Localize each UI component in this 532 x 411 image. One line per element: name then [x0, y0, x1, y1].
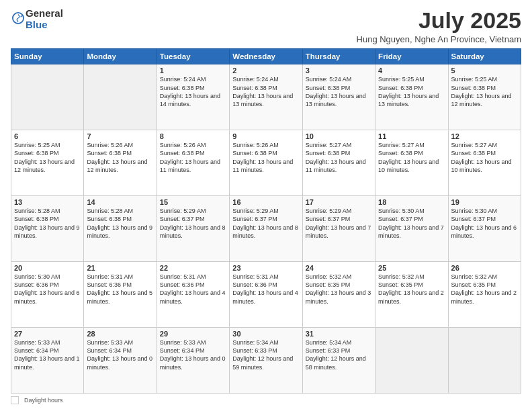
calendar-cell: 29Sunrise: 5:33 AM Sunset: 6:34 PM Dayli… — [157, 328, 229, 394]
calendar-cell — [84, 64, 157, 130]
calendar-cell: 8Sunrise: 5:26 AM Sunset: 6:38 PM Daylig… — [157, 130, 229, 196]
day-number: 16 — [232, 198, 299, 206]
calendar-cell: 21Sunrise: 5:31 AM Sunset: 6:36 PM Dayli… — [84, 262, 157, 328]
calendar-cell: 26Sunrise: 5:32 AM Sunset: 6:35 PM Dayli… — [448, 262, 521, 328]
day-number: 25 — [378, 264, 445, 272]
day-number: 23 — [232, 264, 299, 272]
day-info: Sunrise: 5:28 AM Sunset: 6:38 PM Dayligh… — [14, 207, 81, 240]
day-info: Sunrise: 5:30 AM Sunset: 6:36 PM Dayligh… — [14, 273, 81, 306]
calendar-cell: 14Sunrise: 5:28 AM Sunset: 6:38 PM Dayli… — [84, 196, 157, 262]
day-info: Sunrise: 5:25 AM Sunset: 6:38 PM Dayligh… — [14, 141, 81, 174]
day-number: 6 — [14, 132, 81, 140]
calendar-week-2: 6Sunrise: 5:25 AM Sunset: 6:38 PM Daylig… — [11, 130, 521, 196]
calendar-cell: 31Sunrise: 5:34 AM Sunset: 6:33 PM Dayli… — [302, 328, 375, 394]
day-number: 30 — [232, 330, 299, 338]
logo: General Blue — [11, 8, 63, 30]
day-info: Sunrise: 5:34 AM Sunset: 6:33 PM Dayligh… — [232, 338, 299, 371]
day-info: Sunrise: 5:31 AM Sunset: 6:36 PM Dayligh… — [87, 273, 153, 306]
logo-icon — [12, 12, 24, 24]
calendar-cell: 12Sunrise: 5:27 AM Sunset: 6:38 PM Dayli… — [448, 130, 521, 196]
calendar-cell: 28Sunrise: 5:33 AM Sunset: 6:34 PM Dayli… — [84, 328, 157, 394]
day-number: 12 — [451, 132, 518, 140]
day-number: 24 — [306, 264, 372, 272]
day-number: 22 — [160, 264, 226, 272]
title-block: July 2025 Hung Nguyen, Nghe An Province,… — [357, 8, 521, 44]
day-number: 31 — [306, 330, 372, 338]
calendar-cell: 11Sunrise: 5:27 AM Sunset: 6:38 PM Dayli… — [375, 130, 448, 196]
day-number: 19 — [451, 198, 518, 206]
day-info: Sunrise: 5:32 AM Sunset: 6:35 PM Dayligh… — [451, 273, 518, 306]
calendar-header-row: Sunday Monday Tuesday Wednesday Thursday… — [11, 49, 521, 64]
header-thursday: Thursday — [302, 49, 375, 64]
day-number: 18 — [378, 198, 445, 206]
logo-blue-text: Blue — [26, 19, 48, 30]
calendar-cell: 27Sunrise: 5:33 AM Sunset: 6:34 PM Dayli… — [11, 328, 84, 394]
day-number: 10 — [306, 132, 372, 140]
calendar-cell: 5Sunrise: 5:25 AM Sunset: 6:38 PM Daylig… — [448, 64, 521, 130]
day-number: 8 — [160, 132, 226, 140]
day-info: Sunrise: 5:32 AM Sunset: 6:35 PM Dayligh… — [378, 273, 445, 306]
day-info: Sunrise: 5:25 AM Sunset: 6:38 PM Dayligh… — [451, 75, 518, 108]
calendar-cell: 10Sunrise: 5:27 AM Sunset: 6:38 PM Dayli… — [302, 130, 375, 196]
location: Hung Nguyen, Nghe An Province, Vietnam — [357, 34, 521, 44]
day-info: Sunrise: 5:32 AM Sunset: 6:35 PM Dayligh… — [306, 273, 372, 306]
day-info: Sunrise: 5:26 AM Sunset: 6:38 PM Dayligh… — [160, 141, 226, 174]
daylight-box — [11, 396, 19, 404]
calendar-week-1: 1Sunrise: 5:24 AM Sunset: 6:38 PM Daylig… — [11, 64, 521, 130]
day-info: Sunrise: 5:25 AM Sunset: 6:38 PM Dayligh… — [378, 75, 445, 108]
logo-general-text: General — [26, 7, 63, 19]
calendar-cell: 7Sunrise: 5:26 AM Sunset: 6:38 PM Daylig… — [84, 130, 157, 196]
day-info: Sunrise: 5:29 AM Sunset: 6:37 PM Dayligh… — [232, 207, 299, 240]
day-number: 9 — [232, 132, 299, 140]
calendar-cell: 23Sunrise: 5:31 AM Sunset: 6:36 PM Dayli… — [230, 262, 302, 328]
header-friday: Friday — [375, 49, 448, 64]
day-number: 1 — [160, 66, 226, 75]
day-number: 13 — [14, 198, 81, 206]
header-wednesday: Wednesday — [230, 49, 302, 64]
header-monday: Monday — [84, 49, 157, 64]
day-info: Sunrise: 5:33 AM Sunset: 6:34 PM Dayligh… — [160, 338, 226, 371]
day-info: Sunrise: 5:27 AM Sunset: 6:38 PM Dayligh… — [451, 141, 518, 174]
calendar-week-4: 20Sunrise: 5:30 AM Sunset: 6:36 PM Dayli… — [11, 262, 521, 328]
day-number: 17 — [306, 198, 372, 206]
day-number: 15 — [160, 198, 226, 206]
calendar-cell: 25Sunrise: 5:32 AM Sunset: 6:35 PM Dayli… — [375, 262, 448, 328]
calendar-cell: 9Sunrise: 5:26 AM Sunset: 6:38 PM Daylig… — [230, 130, 302, 196]
calendar-cell — [11, 64, 84, 130]
day-number: 26 — [451, 264, 518, 272]
day-info: Sunrise: 5:24 AM Sunset: 6:38 PM Dayligh… — [160, 75, 226, 108]
calendar-cell: 13Sunrise: 5:28 AM Sunset: 6:38 PM Dayli… — [11, 196, 84, 262]
calendar-cell: 2Sunrise: 5:24 AM Sunset: 6:38 PM Daylig… — [230, 64, 302, 130]
day-info: Sunrise: 5:33 AM Sunset: 6:34 PM Dayligh… — [14, 338, 81, 371]
day-number: 3 — [306, 66, 372, 75]
calendar-cell: 24Sunrise: 5:32 AM Sunset: 6:35 PM Dayli… — [302, 262, 375, 328]
calendar-cell: 3Sunrise: 5:24 AM Sunset: 6:38 PM Daylig… — [302, 64, 375, 130]
calendar-week-3: 13Sunrise: 5:28 AM Sunset: 6:38 PM Dayli… — [11, 196, 521, 262]
header-tuesday: Tuesday — [157, 49, 229, 64]
day-number: 14 — [87, 198, 153, 206]
day-info: Sunrise: 5:31 AM Sunset: 6:36 PM Dayligh… — [232, 273, 299, 306]
footer: Daylight hours — [11, 396, 521, 404]
day-info: Sunrise: 5:33 AM Sunset: 6:34 PM Dayligh… — [87, 338, 153, 371]
day-info: Sunrise: 5:24 AM Sunset: 6:38 PM Dayligh… — [232, 75, 299, 108]
calendar-cell: 16Sunrise: 5:29 AM Sunset: 6:37 PM Dayli… — [230, 196, 302, 262]
day-number: 2 — [232, 66, 299, 75]
calendar-cell: 22Sunrise: 5:31 AM Sunset: 6:36 PM Dayli… — [157, 262, 229, 328]
day-number: 7 — [87, 132, 153, 140]
day-number: 5 — [451, 66, 518, 75]
calendar-week-5: 27Sunrise: 5:33 AM Sunset: 6:34 PM Dayli… — [11, 328, 521, 394]
calendar-cell: 4Sunrise: 5:25 AM Sunset: 6:38 PM Daylig… — [375, 64, 448, 130]
calendar-cell: 6Sunrise: 5:25 AM Sunset: 6:38 PM Daylig… — [11, 130, 84, 196]
day-number: 11 — [378, 132, 445, 140]
day-number: 28 — [87, 330, 153, 338]
calendar-cell: 19Sunrise: 5:30 AM Sunset: 6:37 PM Dayli… — [448, 196, 521, 262]
day-info: Sunrise: 5:34 AM Sunset: 6:33 PM Dayligh… — [306, 338, 372, 371]
day-number: 4 — [378, 66, 445, 75]
day-info: Sunrise: 5:31 AM Sunset: 6:36 PM Dayligh… — [160, 273, 226, 306]
month-title: July 2025 — [357, 8, 521, 33]
calendar-cell: 17Sunrise: 5:29 AM Sunset: 6:37 PM Dayli… — [302, 196, 375, 262]
day-info: Sunrise: 5:27 AM Sunset: 6:38 PM Dayligh… — [378, 141, 445, 174]
calendar-cell — [448, 328, 521, 394]
calendar-cell — [375, 328, 448, 394]
day-info: Sunrise: 5:28 AM Sunset: 6:38 PM Dayligh… — [87, 207, 153, 240]
